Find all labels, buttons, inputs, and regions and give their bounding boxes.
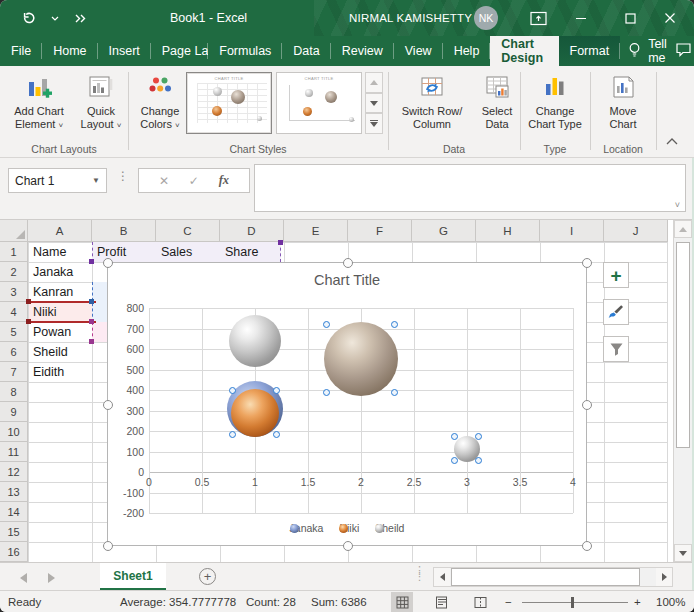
point-selection-handle[interactable] — [475, 457, 482, 464]
scroll-up-button[interactable] — [674, 220, 692, 238]
change-colors-button[interactable]: Change Colors ˅ — [136, 71, 184, 132]
row-header-4[interactable]: 4 — [0, 302, 28, 322]
legend-item-janaka[interactable]: Janaka — [290, 522, 324, 534]
zoom-level[interactable]: 100% — [656, 591, 685, 612]
tab-home[interactable]: Home — [42, 36, 97, 66]
minimize-button[interactable] — [564, 0, 598, 36]
bubble-sheild-0[interactable] — [229, 315, 281, 367]
tab-view[interactable]: View — [394, 36, 443, 66]
zoom-slider-track[interactable] — [522, 602, 628, 603]
cell-A7[interactable]: Eidith — [28, 362, 92, 382]
point-selection-handle[interactable] — [273, 387, 280, 394]
undo-icon[interactable] — [18, 6, 40, 30]
insert-function-icon[interactable]: fx — [219, 173, 229, 188]
gallery-more-button[interactable] — [365, 113, 383, 134]
formula-bar-expand-icon[interactable]: ˅ — [675, 200, 680, 210]
horizontal-scrollbar[interactable] — [433, 567, 673, 587]
column-header-G[interactable]: G — [412, 220, 476, 242]
select-all-button[interactable] — [0, 220, 28, 242]
vertical-scrollbar[interactable] — [673, 220, 692, 562]
tab-bar-divider-dots[interactable]: ⋮⋮ — [414, 567, 425, 579]
row-header-12[interactable]: 12 — [0, 462, 28, 482]
cell-A5[interactable]: Powan — [28, 322, 92, 342]
chart-style-2[interactable]: CHART TITLE — [276, 72, 362, 134]
row-header-15[interactable]: 15 — [0, 522, 28, 542]
row-header-11[interactable]: 11 — [0, 442, 28, 462]
cell-A6[interactable]: Sheild — [28, 342, 92, 362]
name-box-dropdown-icon[interactable]: ▼ — [92, 176, 100, 185]
close-button[interactable] — [653, 0, 687, 36]
column-header-H[interactable]: H — [476, 220, 540, 242]
cancel-icon[interactable]: ✕ — [159, 174, 169, 188]
chart-resize-handle[interactable] — [343, 541, 353, 551]
cell-A3[interactable]: Kanran — [28, 282, 92, 302]
quick-layout-button[interactable]: Quick Layout ˅ — [76, 71, 126, 132]
tab-chart-design[interactable]: Chart Design — [490, 36, 558, 66]
zoom-slider-thumb[interactable] — [571, 597, 574, 608]
scroll-down-button[interactable] — [674, 544, 692, 562]
zoom-out-button[interactable]: − — [505, 591, 512, 612]
gallery-scroll-up[interactable] — [365, 72, 383, 93]
column-header-D[interactable]: D — [220, 220, 284, 242]
gallery-scroll-down[interactable] — [365, 93, 383, 114]
row-header-13[interactable]: 13 — [0, 482, 28, 502]
move-chart-button[interactable]: Move Chart — [601, 71, 645, 131]
chart-styles-button[interactable] — [603, 299, 629, 325]
chart[interactable]: Chart Title 8007006005004003002001000-10… — [107, 262, 587, 546]
tab-formulas[interactable]: Formulas — [208, 36, 282, 66]
chart-resize-handle[interactable] — [343, 258, 353, 268]
collapse-ribbon-icon[interactable] — [662, 133, 682, 149]
row-header-2[interactable]: 2 — [0, 262, 28, 282]
chart-resize-handle[interactable] — [103, 541, 113, 551]
chart-resize-handle[interactable] — [103, 258, 113, 268]
cell-A4[interactable]: Niiki — [28, 302, 92, 322]
cell-C1[interactable]: Sales — [156, 242, 220, 262]
undo-dropdown-icon[interactable] — [50, 6, 60, 30]
page-break-view-button[interactable] — [469, 592, 491, 612]
tab-review[interactable]: Review — [331, 36, 394, 66]
account-name[interactable]: NIRMAL KAMISHETTY — [349, 0, 472, 36]
tell-me-label[interactable]: Tell me — [648, 37, 667, 65]
cell-A1[interactable]: Name — [28, 242, 92, 262]
chart-resize-handle[interactable] — [582, 541, 592, 551]
tab-page-layo[interactable]: Page Layo — [151, 36, 208, 66]
bubble-sheild-1[interactable] — [324, 322, 398, 396]
cell-A2[interactable]: Janaka — [28, 262, 92, 282]
chart-resize-handle[interactable] — [582, 400, 592, 410]
cell-B1[interactable]: Profit — [92, 242, 156, 262]
point-selection-handle[interactable] — [451, 457, 458, 464]
point-selection-handle[interactable] — [229, 387, 236, 394]
ribbon-display-options-icon[interactable] — [521, 0, 555, 36]
row-header-10[interactable]: 10 — [0, 422, 28, 442]
normal-view-button[interactable] — [391, 592, 413, 612]
zoom-in-button[interactable]: + — [634, 591, 641, 612]
tab-data[interactable]: Data — [282, 36, 330, 66]
comments-icon[interactable] — [675, 42, 692, 61]
quick-access-more-icon[interactable] — [70, 6, 92, 30]
chart-filters-button[interactable] — [603, 336, 629, 362]
tab-format[interactable]: Format — [559, 36, 621, 66]
column-header-I[interactable]: I — [540, 220, 604, 242]
avatar[interactable]: NK — [474, 6, 498, 30]
row-header-3[interactable]: 3 — [0, 282, 28, 302]
row-header-7[interactable]: 7 — [0, 362, 28, 382]
legend-item-sheild[interactable]: Sheild — [375, 522, 404, 534]
column-header-C[interactable]: C — [156, 220, 220, 242]
next-sheet-icon[interactable] — [48, 573, 55, 583]
cell-D1[interactable]: Share — [220, 242, 284, 262]
add-chart-element-button[interactable]: Add Chart Element ˅ — [6, 71, 72, 132]
formula-input[interactable]: ˅ — [254, 164, 686, 212]
column-header-F[interactable]: F — [348, 220, 412, 242]
row-header-9[interactable]: 9 — [0, 402, 28, 422]
row-header-1[interactable]: 1 — [0, 242, 28, 262]
column-header-J[interactable]: J — [604, 220, 668, 242]
sheet-tab-sheet1[interactable]: Sheet1 — [100, 563, 166, 590]
point-selection-handle[interactable] — [273, 431, 280, 438]
tab-insert[interactable]: Insert — [98, 36, 151, 66]
chart-resize-handle[interactable] — [582, 258, 592, 268]
row-header-14[interactable]: 14 — [0, 502, 28, 522]
select-data-button[interactable]: Select Data — [475, 71, 519, 131]
column-header-E[interactable]: E — [284, 220, 348, 242]
point-selection-handle[interactable] — [229, 431, 236, 438]
scroll-right-button[interactable] — [656, 568, 672, 586]
